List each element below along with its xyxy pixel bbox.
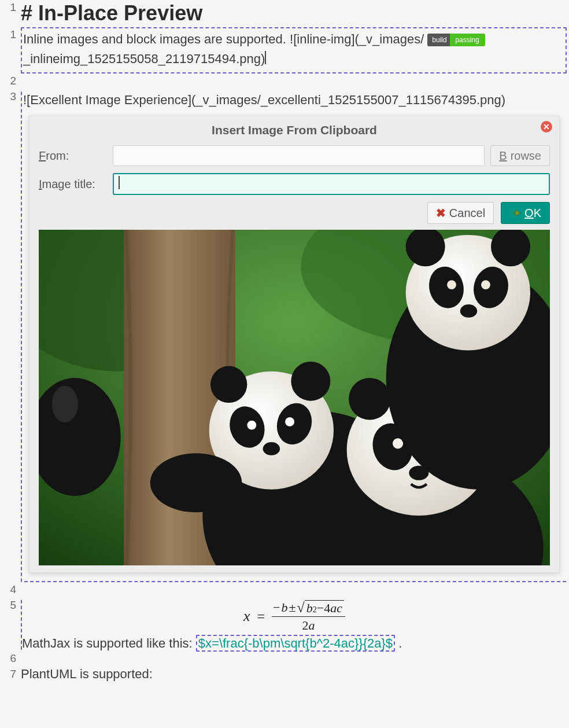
editor-row: 4	[0, 582, 567, 598]
mathjax-source-line: MathJax is supported like this: $x=\frac…	[22, 636, 567, 651]
svg-point-35	[481, 280, 490, 289]
math-preview-block: x = −b ± √ b2 −	[21, 598, 567, 652]
text-caret	[265, 51, 266, 64]
math-block-line[interactable]: x = −b ± √ b2 −	[19, 598, 567, 652]
svg-point-15	[247, 421, 256, 430]
inline-image-markdown-a: ![inline-img](_v_images/	[290, 32, 424, 46]
inline-preview-block: Inline images and block images are suppo…	[21, 27, 567, 73]
empty-line[interactable]	[19, 651, 567, 666]
editor[interactable]: 1 # In-Place Preview 1 Inline images and…	[0, 0, 569, 682]
svg-point-21	[349, 378, 391, 420]
svg-point-18	[150, 454, 242, 513]
cancel-icon: ✖	[436, 207, 446, 219]
empty-line[interactable]	[19, 582, 567, 597]
editor-row: 1 Inline images and block images are sup…	[0, 27, 567, 73]
plantuml-line[interactable]: PlantUML is supported:	[19, 667, 567, 682]
dialog-buttons: ✖ Cancel OK	[39, 202, 550, 224]
clipboard-image-preview	[39, 230, 550, 565]
insert-image-dialog: ✕ Insert Image From Clipboard From: Brow…	[29, 116, 560, 573]
empty-line[interactable]	[19, 73, 567, 89]
block-image-preview-block: ![Excellent Image Experience](_v_images/…	[21, 89, 567, 583]
editor-row: 1 # In-Place Preview	[0, 0, 567, 27]
svg-point-17	[263, 442, 280, 455]
h1-text: # In-Place Preview	[21, 1, 202, 25]
browse-button[interactable]: Browse	[490, 145, 550, 166]
from-row: From: Browse	[39, 145, 550, 166]
svg-point-12	[291, 362, 330, 401]
plantuml-text: PlantUML is supported:	[21, 667, 153, 681]
from-label: From:	[39, 147, 107, 165]
gutter-line-number: 1	[0, 27, 19, 43]
image-title-input[interactable]	[113, 173, 550, 195]
svg-rect-2	[450, 34, 453, 46]
block-image-markdown: ![Excellent Image Experience](_v_images/…	[23, 93, 505, 107]
gutter-line-number: 3	[0, 89, 19, 105]
gutter-line-number: 6	[0, 651, 19, 667]
gutter-line-number: 1	[0, 0, 19, 16]
gutter-line-number: 2	[0, 73, 19, 89]
editor-row: 7 PlantUML is supported:	[0, 667, 567, 682]
gutter-line-number: 4	[0, 582, 19, 598]
badge-left-text: build	[433, 36, 447, 44]
paragraph-text: Inline images and block images are suppo…	[23, 32, 290, 46]
svg-point-16	[285, 417, 294, 426]
image-title-row: Image title:	[39, 173, 550, 195]
mathjax-suffix: .	[395, 636, 402, 650]
svg-point-11	[210, 366, 247, 403]
editor-row: 5 x = −b ± √	[0, 598, 567, 652]
svg-point-36	[460, 304, 477, 318]
rendered-formula: x = −b ± √ b2 −	[22, 598, 567, 637]
from-input[interactable]	[113, 145, 485, 166]
dialog-close-button[interactable]: ✕	[541, 121, 552, 133]
block-image-line[interactable]: ![Excellent Image Experience](_v_images/…	[19, 89, 567, 583]
ok-icon	[509, 208, 521, 218]
gutter-line-number: 7	[0, 667, 19, 682]
cancel-label: Cancel	[449, 204, 485, 222]
svg-point-8	[52, 386, 78, 422]
tex-source: $x=\frac{-b\pm\sqrt{b^2-4ac}}{2a}$	[196, 635, 395, 652]
paragraph-line[interactable]: Inline images and block images are suppo…	[19, 27, 567, 73]
editor-row: 2	[0, 73, 567, 89]
close-icon: ✕	[543, 123, 550, 131]
editor-row: 6	[0, 651, 567, 667]
cancel-button[interactable]: ✖ Cancel	[427, 202, 494, 224]
ok-label: OK	[524, 204, 541, 222]
mathjax-prefix: MathJax is supported like this:	[22, 636, 196, 650]
build-passing-badge: build passing	[427, 34, 485, 46]
badge-right-text: passing	[456, 36, 479, 44]
image-title-label: Image title:	[39, 175, 107, 193]
inline-image-markdown-b: _inlineimg_1525155058_2119715494.png)	[23, 52, 265, 66]
heading-line[interactable]: # In-Place Preview	[19, 0, 567, 27]
ok-button[interactable]: OK	[501, 202, 550, 224]
gutter-line-number: 5	[0, 598, 19, 613]
editor-row: 3 ![Excellent Image Experience](_v_image…	[0, 89, 567, 583]
svg-point-34	[447, 280, 456, 289]
dialog-title: Insert Image From Clipboard	[39, 121, 550, 140]
text-caret	[119, 176, 120, 189]
